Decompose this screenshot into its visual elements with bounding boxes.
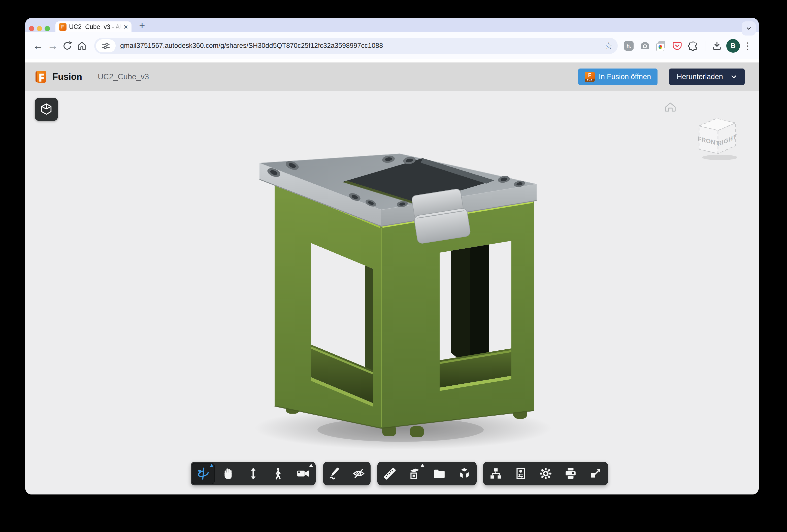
viewcube[interactable]: FRONT RIGHT <box>698 119 737 160</box>
header-divider <box>90 69 90 84</box>
fusion-badge-icon: F FUS <box>585 72 595 82</box>
download-icon <box>712 41 722 51</box>
fusion-header: Fusion UC2_Cube_v3 F FUS In Fusion öffne… <box>25 62 759 91</box>
model-tree-button[interactable] <box>483 462 508 485</box>
new-tab-button[interactable]: + <box>136 20 148 31</box>
bookmark-star-icon[interactable]: ☆ <box>604 41 613 51</box>
browser-menu-button[interactable]: ⋮ <box>742 41 753 51</box>
cube-outline-icon <box>40 103 53 116</box>
extension-pocket-button[interactable] <box>670 39 684 53</box>
extension-photos-button[interactable] <box>654 39 668 53</box>
tune-icon <box>101 41 110 50</box>
orbit-icon <box>197 467 210 480</box>
model-browser-toggle-button[interactable] <box>35 98 58 121</box>
reload-button[interactable] <box>60 39 75 53</box>
download-menu-button[interactable]: Herunterladen <box>669 68 745 85</box>
profile-button[interactable]: B <box>726 39 740 53</box>
viewer-canvas[interactable]: FRONT RIGHT <box>25 91 759 494</box>
home-icon <box>77 41 87 51</box>
dock-markup-group <box>323 462 370 485</box>
section-icon <box>408 467 421 480</box>
markup-pencil-icon <box>329 467 341 480</box>
extensions-menu-button[interactable] <box>686 39 700 53</box>
gear-icon <box>539 467 552 480</box>
back-button[interactable]: ← <box>31 39 45 53</box>
markup-button[interactable] <box>323 462 347 485</box>
open-in-fusion-button[interactable]: F FUS In Fusion öffnen <box>578 68 658 85</box>
browser-toolbar: ← → gmail3751567.autodesk360.com/g/share… <box>25 32 759 59</box>
tab-strip: F UC2_Cube_v3 - AUTODESK F × + <box>25 18 759 32</box>
camera-button[interactable] <box>291 462 316 485</box>
dock-panels-group <box>483 462 608 485</box>
document-title: UC2_Cube_v3 <box>98 72 149 81</box>
properties-button[interactable] <box>508 462 533 485</box>
brand-name: Fusion <box>52 71 82 82</box>
extension-h-button[interactable]: h. <box>622 39 636 53</box>
fullscreen-icon <box>589 467 602 480</box>
toolbar-divider <box>705 41 705 51</box>
dock-navigation-group <box>191 462 316 485</box>
extension-screenshot-button[interactable] <box>638 39 652 53</box>
browser-tab[interactable]: F UC2_Cube_v3 - AUTODESK F × <box>56 21 131 32</box>
forward-button[interactable]: → <box>45 39 60 53</box>
tab-close-icon[interactable]: × <box>124 23 128 31</box>
tab-search-button[interactable] <box>742 21 756 36</box>
home-button[interactable] <box>75 39 89 53</box>
traffic-lights <box>29 26 50 31</box>
viewcube-home-icon[interactable] <box>665 103 675 111</box>
pan-hand-icon <box>222 467 235 480</box>
reload-icon <box>62 41 72 51</box>
pan-button[interactable] <box>216 462 240 485</box>
camera-icon <box>297 467 310 480</box>
tree-icon <box>489 467 502 480</box>
explode-model-button[interactable] <box>452 462 477 485</box>
camera-dropdown-icon[interactable] <box>309 464 313 467</box>
site-settings-chip[interactable] <box>96 39 115 52</box>
folder-icon <box>433 467 446 480</box>
fusion-favicon-icon: F <box>59 23 66 31</box>
browser-window: F UC2_Cube_v3 - AUTODESK F × + ← → gmail… <box>25 18 759 494</box>
section-dropdown-icon[interactable] <box>421 464 425 467</box>
settings-button[interactable] <box>533 462 558 485</box>
explode-cube-icon <box>458 467 471 480</box>
photos-extension-icon <box>656 41 666 51</box>
section-analysis-button[interactable] <box>402 462 427 485</box>
dock-tools-group <box>377 462 476 485</box>
walk-button[interactable] <box>266 462 291 485</box>
hide-markup-button[interactable] <box>347 462 370 485</box>
h-extension-icon: h. <box>624 41 634 51</box>
url-text[interactable]: gmail3751567.autodesk360.com/g/shares/SH… <box>120 42 601 50</box>
pocket-extension-icon <box>672 41 682 51</box>
omnibox[interactable]: gmail3751567.autodesk360.com/g/shares/SH… <box>94 38 618 54</box>
open-in-fusion-label: In Fusion öffnen <box>599 72 651 81</box>
downloads-button[interactable] <box>710 39 724 53</box>
minimize-window-button[interactable] <box>37 26 42 31</box>
zoom-button[interactable] <box>240 462 265 485</box>
fullscreen-button[interactable] <box>583 462 608 485</box>
eye-slash-icon <box>353 467 365 480</box>
download-label: Herunterladen <box>677 72 723 81</box>
orbit-button[interactable] <box>191 462 216 485</box>
printer-icon <box>564 467 577 480</box>
chevron-down-icon <box>745 25 752 32</box>
camera-extension-icon <box>640 41 650 51</box>
page-top-gap <box>25 59 759 62</box>
close-window-button[interactable] <box>29 26 34 31</box>
zoom-window-button[interactable] <box>45 26 50 31</box>
puzzle-icon <box>688 41 698 51</box>
measure-button[interactable] <box>377 462 402 485</box>
orbit-dropdown-icon[interactable] <box>210 464 214 467</box>
properties-panel-icon <box>514 467 527 480</box>
walk-person-icon <box>272 467 284 480</box>
extensions-row: h. B ⋮ <box>622 39 753 53</box>
tab-title: UC2_Cube_v3 - AUTODESK F <box>69 23 121 30</box>
browser-folder-button[interactable] <box>427 462 452 485</box>
chevron-down-icon <box>730 73 737 80</box>
print-button[interactable] <box>558 462 583 485</box>
fusion-logo-icon <box>34 70 48 84</box>
avatar: B <box>726 39 740 52</box>
ruler-icon <box>383 467 396 480</box>
zoom-arrows-icon <box>247 467 259 480</box>
3d-scene[interactable]: FRONT RIGHT <box>25 91 759 494</box>
